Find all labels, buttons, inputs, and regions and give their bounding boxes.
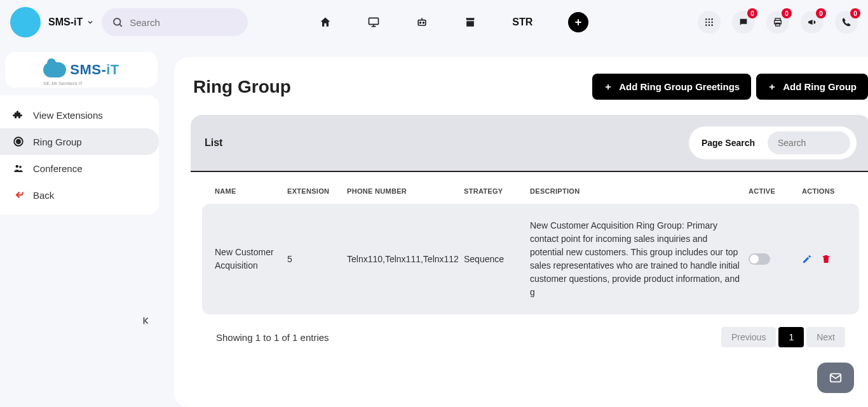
- sidebar-item-back[interactable]: Back: [0, 182, 159, 208]
- svg-point-24: [17, 140, 20, 143]
- sidebar-item-view-extensions[interactable]: View Extensions: [0, 102, 159, 128]
- add-ring-group-button[interactable]: Add Ring Group: [756, 74, 868, 100]
- active-toggle[interactable]: [749, 253, 770, 265]
- td-strategy: Sequence: [464, 253, 521, 266]
- svg-line-27: [145, 318, 148, 321]
- entries-text: Showing 1 to 1 of 1 entries: [216, 332, 329, 343]
- table-footer: Showing 1 to 1 of 1 entries Previous 1 N…: [202, 314, 859, 350]
- plus-icon: [573, 17, 583, 27]
- th-description: DESCRIPTION: [530, 187, 740, 195]
- logo-main: SMS-: [70, 62, 106, 77]
- th-phone: PHONE NUMBER: [347, 187, 455, 195]
- top-nav: STR: [319, 12, 588, 32]
- logo-accent: iT: [106, 62, 119, 77]
- plus-icon: [604, 83, 613, 91]
- svg-point-7: [423, 22, 424, 23]
- megaphone-icon: [807, 17, 817, 27]
- announce-badge: 0: [816, 8, 826, 18]
- help-float-button[interactable]: [817, 363, 854, 393]
- sidebar-menu: View Extensions Ring Group Conference Ba…: [0, 95, 159, 215]
- th-active: ACTIVE: [749, 187, 793, 195]
- table-header-row: NAME EXTENSION PHONE NUMBER STRATEGY DES…: [202, 187, 859, 204]
- svg-point-15: [709, 22, 710, 23]
- td-extension: 5: [287, 253, 338, 266]
- nav-home[interactable]: [319, 16, 332, 29]
- announce-button[interactable]: 0: [801, 11, 824, 34]
- svg-point-17: [705, 24, 707, 26]
- mail-icon: [827, 371, 844, 385]
- grid-icon: [704, 17, 714, 27]
- sidebar: SMS-iT SE-Mi Sentient iT View Extensions…: [0, 44, 165, 407]
- main: Ring Group Add Ring Group Greetings Add …: [165, 44, 868, 407]
- prev-button[interactable]: Previous: [721, 327, 776, 347]
- page-1-button[interactable]: 1: [778, 327, 804, 347]
- svg-point-11: [705, 18, 707, 20]
- print-badge: 0: [782, 8, 792, 18]
- org-name: SMS-iT: [48, 17, 83, 28]
- store-icon: [464, 16, 477, 29]
- content-card: Ring Group Add Ring Group Greetings Add …: [174, 57, 868, 407]
- page-search-input[interactable]: [768, 131, 850, 154]
- logo[interactable]: SMS-iT SE-Mi Sentient iT: [5, 52, 158, 88]
- svg-line-28: [145, 321, 148, 324]
- table-row: New Customer Acquisition 5 Telnx110,Teln…: [202, 204, 859, 314]
- svg-rect-2: [369, 18, 379, 24]
- sidebar-item-label: Back: [33, 190, 54, 201]
- table-header: List Page Search: [191, 115, 868, 171]
- org-switcher[interactable]: SMS-iT: [48, 17, 94, 28]
- header-actions: Add Ring Group Greetings Add Ring Group: [592, 74, 868, 100]
- nav-bot[interactable]: [416, 16, 428, 29]
- table-body: NAME EXTENSION PHONE NUMBER STRATEGY DES…: [191, 172, 868, 359]
- top-right: 0 0 0 0: [698, 11, 858, 34]
- nav-store[interactable]: [464, 16, 477, 29]
- svg-point-19: [711, 24, 713, 26]
- str-label: STR: [512, 17, 532, 28]
- ring-icon: [13, 136, 24, 147]
- topbar: SMS-iT: [0, 0, 868, 44]
- chat-button[interactable]: 0: [732, 11, 755, 34]
- search-input[interactable]: [130, 17, 238, 28]
- global-search[interactable]: [102, 8, 248, 36]
- cloud-icon: [43, 62, 66, 77]
- sidebar-item-label: View Extensions: [33, 110, 103, 121]
- logo-subtitle: SE-Mi Sentient iT: [43, 81, 83, 86]
- td-description: New Customer Acquisition Ring Group: Pri…: [530, 219, 740, 299]
- back-arrow-icon: [13, 189, 24, 201]
- sidebar-item-label: Ring Group: [33, 137, 82, 147]
- edit-icon[interactable]: [802, 254, 812, 264]
- print-icon: [773, 17, 783, 27]
- btn-label: Add Ring Group: [783, 81, 857, 92]
- next-button[interactable]: Next: [806, 327, 845, 347]
- phone-button[interactable]: 0: [835, 11, 858, 34]
- nav-desktop[interactable]: [367, 16, 380, 29]
- td-phone: Telnx110,Telnx111,Telnx112: [347, 253, 455, 266]
- page-title: Ring Group: [193, 77, 291, 97]
- sidebar-item-ring-group[interactable]: Ring Group: [0, 128, 159, 155]
- desktop-icon: [367, 16, 380, 29]
- nav-str[interactable]: STR: [512, 17, 532, 28]
- collapse-sidebar-button[interactable]: [141, 315, 153, 329]
- svg-point-12: [709, 18, 710, 20]
- th-actions: ACTIONS: [802, 187, 846, 195]
- page-search: Page Search: [689, 126, 857, 159]
- print-button[interactable]: 0: [766, 11, 789, 34]
- chat-icon: [738, 17, 749, 27]
- apps-button[interactable]: [698, 11, 721, 34]
- sidebar-item-conference[interactable]: Conference: [0, 155, 159, 182]
- td-active: [749, 253, 793, 265]
- svg-point-25: [16, 165, 19, 168]
- add-button[interactable]: [568, 12, 588, 32]
- chat-badge: 0: [747, 8, 757, 18]
- th-extension: EXTENSION: [287, 187, 338, 195]
- delete-icon[interactable]: [821, 254, 831, 264]
- home-icon: [319, 16, 332, 29]
- phone-badge: 0: [850, 8, 860, 18]
- th-name: NAME: [215, 187, 278, 195]
- users-icon: [13, 163, 24, 174]
- page-header: Ring Group Add Ring Group Greetings Add …: [191, 74, 868, 115]
- add-greetings-button[interactable]: Add Ring Group Greetings: [592, 74, 751, 100]
- avatar[interactable]: [10, 7, 41, 37]
- sidebar-item-label: Conference: [33, 163, 83, 174]
- page-search-label: Page Search: [702, 138, 755, 148]
- chevron-down-icon: [86, 18, 94, 26]
